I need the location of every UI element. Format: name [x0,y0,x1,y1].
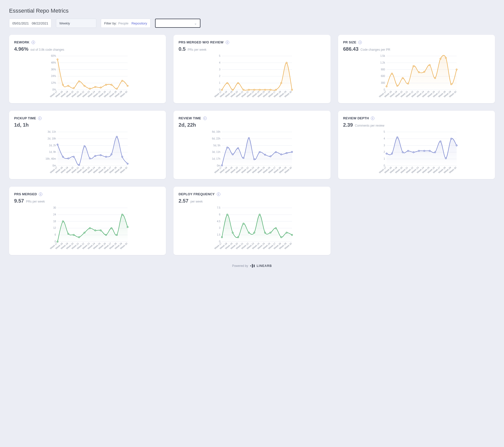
filter-mode-people[interactable]: People [118,21,128,25]
card-title: PICKUP TIME i [14,116,161,120]
svg-point-296 [243,223,244,224]
card-value: 2d, 22h [179,122,325,128]
card-title: PRS MERGED i [14,192,161,196]
svg-point-184 [286,152,287,154]
card-title: PRS MERGED W/O REVIEW i [179,40,325,44]
svg-point-143 [116,136,117,137]
svg-point-181 [270,156,271,157]
svg-point-144 [122,156,123,157]
svg-point-292 [221,237,223,238]
card-value: 0.5 PRs per week [179,46,325,52]
svg-point-215 [402,152,403,153]
info-icon[interactable]: i [358,41,362,44]
svg-text:300: 300 [381,81,385,84]
svg-text:18: 18 [53,220,56,223]
brand-logo: LINEARB [250,264,272,268]
card-title-text: DEPLOY FREQUENCY [179,192,215,196]
card-title-text: REVIEW TIME [179,116,201,120]
svg-text:3: 3 [219,68,221,71]
filter-mode-repository[interactable]: Repository [131,21,147,25]
svg-point-258 [89,228,91,229]
info-icon[interactable]: i [226,41,229,44]
card-value: 2.39 Comments per review [343,122,490,128]
card-deploy-freq: DEPLOY FREQUENCY i 2.57 per week 01.534.… [173,187,330,255]
svg-point-261 [105,234,107,236]
svg-point-136 [78,164,80,165]
card-value-number: 2.57 [179,198,188,204]
svg-text:2d, 2h: 2d, 2h [49,144,56,147]
info-icon[interactable]: i [32,41,35,44]
card-value-sub: PRs per week [26,200,45,203]
svg-point-93 [391,73,393,74]
svg-point-62 [275,89,277,91]
svg-point-63 [281,82,282,84]
svg-point-135 [73,156,74,157]
svg-point-302 [275,228,277,229]
svg-point-65 [291,89,293,91]
svg-point-223 [445,158,447,159]
card-value: 9.57 PRs per week [14,198,161,204]
chart-review-time: 0m1d, 17h3d, 11h5d, 5h6d, 22h8d, 16h Wee… [179,130,325,176]
info-icon[interactable]: i [217,192,220,196]
repository-select[interactable]: ⌄ [155,19,200,28]
svg-point-145 [127,163,128,164]
svg-point-23 [116,88,117,89]
svg-text:1: 1 [219,81,221,84]
svg-text:60%: 60% [51,54,56,57]
svg-point-142 [111,154,112,155]
info-icon[interactable]: i [203,117,207,120]
svg-point-217 [413,152,414,153]
svg-text:30: 30 [53,206,56,209]
page-title: Esssential Repo Metrics [9,8,495,14]
svg-point-175 [238,148,239,149]
svg-point-140 [100,155,101,156]
card-title: PR SIZE i [343,40,490,44]
svg-text:6: 6 [55,233,56,236]
svg-point-264 [122,214,123,215]
card-value-number: 2.39 [343,122,353,128]
svg-point-95 [402,77,403,79]
svg-point-173 [227,147,228,148]
info-icon[interactable]: i [39,192,42,196]
svg-point-12 [57,59,58,60]
info-icon[interactable]: i [371,117,374,120]
svg-point-96 [407,83,409,84]
svg-point-259 [95,230,96,231]
chart-deploy-freq: 01.534.567.5 Week 17Week 18Week 19Week 2… [179,206,325,252]
card-value-number: 0.5 [179,46,186,52]
chart-wrap: 01.534.567.5 Week 17Week 18Week 19Week 2… [179,206,325,253]
svg-point-213 [391,153,393,154]
svg-point-20 [100,87,101,88]
svg-point-19 [95,86,96,88]
svg-point-60 [264,89,266,91]
svg-point-303 [281,237,282,238]
svg-point-61 [270,89,271,91]
card-title: REVIEW TIME i [179,116,325,120]
info-icon[interactable]: i [38,117,42,120]
svg-point-253 [62,221,64,222]
svg-text:36%: 36% [51,68,56,71]
svg-text:4: 4 [383,137,385,140]
svg-point-138 [89,158,91,159]
card-review-time: REVIEW TIME i 2d, 22h 0m1d, 17h3d, 11h5d… [173,111,330,179]
svg-point-212 [386,153,387,154]
card-value-sub: per week [190,200,203,203]
date-range-picker[interactable]: 05/01/2021 08/22/2021 [9,19,51,28]
svg-point-177 [248,137,250,139]
svg-point-304 [286,232,287,233]
granularity-select[interactable]: Weekly [56,19,96,28]
card-value: 686.43 Code changes per PR [343,46,490,52]
svg-text:600: 600 [381,75,385,77]
svg-point-252 [57,241,58,242]
svg-point-18 [89,88,91,89]
svg-point-254 [68,233,69,234]
svg-text:5: 5 [383,130,385,133]
svg-point-54 [232,89,233,91]
svg-point-174 [232,154,233,155]
card-value: 2.57 per week [179,198,325,204]
chart-wrap: 0%12%24%36%48%60% Week 17Week 18Week 19W… [14,54,161,101]
svg-point-25 [127,85,128,87]
svg-point-56 [243,89,244,91]
svg-text:3: 3 [383,144,385,147]
svg-point-219 [424,150,425,152]
